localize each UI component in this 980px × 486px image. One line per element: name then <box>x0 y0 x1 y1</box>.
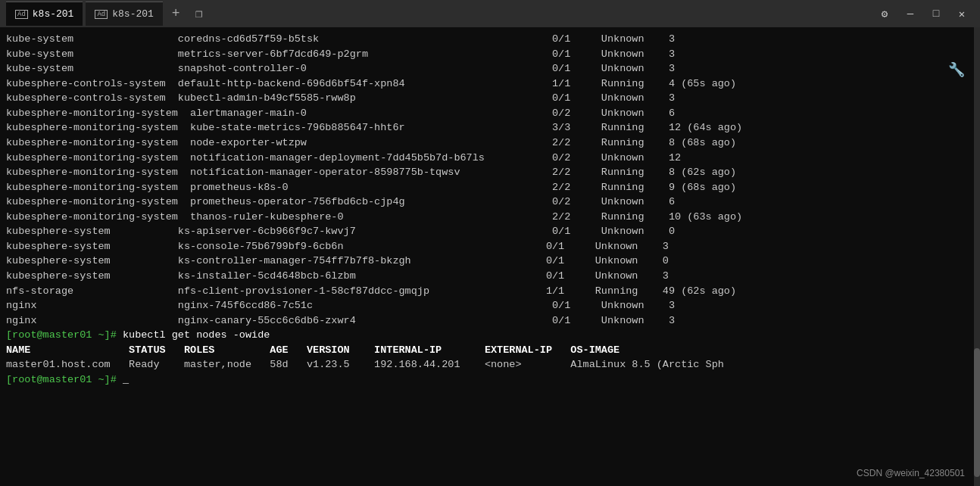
scrollbar[interactable] <box>974 27 980 486</box>
command-line: [root@master01 ~]# kubectl get nodes -ow… <box>6 328 974 343</box>
terminal-line-12: kubesphere-monitoring-system prometheus-… <box>6 195 974 210</box>
terminal-line-14: kubesphere-system ks-apiserver-6cb966f9c… <box>6 224 974 239</box>
terminal-line-4: kubesphere-controls-system default-http-… <box>6 76 974 92</box>
watermark: CSDN @weixin_42380501 <box>857 467 965 480</box>
tab-2-label: k8s-201 <box>112 8 154 20</box>
title-bar: Ad k8s-201 Ad k8s-201 + ❐ ⚙ — □ ✕ <box>0 0 980 27</box>
terminal-line-17: kubesphere-system ks-installer-5cd4648bc… <box>6 269 974 284</box>
tab-1-label: k8s-201 <box>33 8 74 20</box>
minimize-button[interactable]: — <box>898 2 922 26</box>
terminal-line-15: kubesphere-system ks-console-75b6799bf9-… <box>6 239 974 254</box>
tab-1-icon: Ad <box>15 10 28 19</box>
settings-button[interactable]: ⚙ <box>872 2 897 26</box>
node-row: master01.host.com Ready master,node 58d … <box>6 357 974 372</box>
terminal-line-13: kubesphere-monitoring-system thanos-rule… <box>6 210 974 225</box>
terminal-line-10: kubesphere-monitoring-system notificatio… <box>6 165 974 180</box>
close-button[interactable]: ✕ <box>950 2 974 26</box>
terminal-line-3: kube-system snapshot-controller-0 0/1 Un… <box>6 61 974 76</box>
terminal-line-8: kubesphere-monitoring-system node-export… <box>6 136 974 151</box>
maximize-pane-button[interactable]: ❐ <box>189 6 209 21</box>
tab-2-icon: Ad <box>95 10 108 19</box>
terminal-line-19: nginx nginx-745f6ccd86-7c51c 0/1 Unknown… <box>6 298 974 313</box>
terminal-line-6: kubesphere-monitoring-system alertmanage… <box>6 106 974 121</box>
terminal-line-5: kubesphere-controls-system kubectl-admin… <box>6 91 974 106</box>
window-controls: ⚙ — □ ✕ <box>872 2 974 26</box>
nodes-header: NAME STATUS ROLES AGE VERSION INTERNAL-I… <box>6 343 974 358</box>
tab-2[interactable]: Ad k8s-201 <box>86 2 162 26</box>
wrench-icon[interactable]: 🔧 <box>948 61 965 80</box>
terminal: 🔧 kube-system coredns-cd6d57f59-b5tsk 0/… <box>0 27 980 486</box>
final-prompt: [root@master01 ~]# _ <box>6 372 974 388</box>
maximize-button[interactable]: □ <box>924 2 948 26</box>
tab-1[interactable]: Ad k8s-201 <box>6 2 83 26</box>
add-tab-button[interactable]: + <box>166 6 186 21</box>
terminal-line-16: kubesphere-system ks-controller-manager-… <box>6 254 974 269</box>
terminal-line-18: nfs-storage nfs-client-provisioner-1-58c… <box>6 284 974 299</box>
terminal-line-7: kubesphere-monitoring-system kube-state-… <box>6 120 974 136</box>
scrollbar-thumb[interactable] <box>974 348 980 477</box>
terminal-line-2: kube-system metrics-server-6bf7dcd649-p2… <box>6 47 974 62</box>
terminal-line-11: kubesphere-monitoring-system prometheus-… <box>6 180 974 195</box>
terminal-line-20: nginx nginx-canary-55cc6c6db6-zxwr4 0/1 … <box>6 313 974 329</box>
terminal-line-9: kubesphere-monitoring-system notificatio… <box>6 151 974 166</box>
terminal-line-1: kube-system coredns-cd6d57f59-b5tsk 0/1 … <box>6 32 974 47</box>
